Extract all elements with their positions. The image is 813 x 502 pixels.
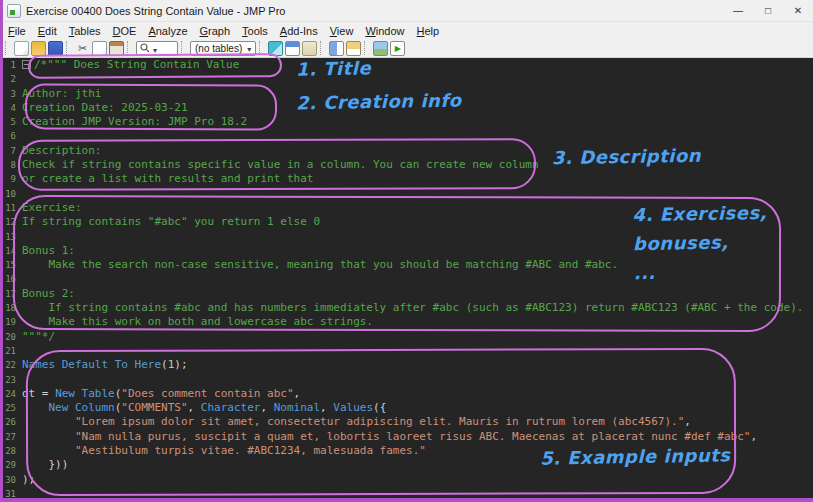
titlebar: Exercise 00400 Does String Contain Value… bbox=[0, 0, 813, 22]
code-line-5[interactable]: 5Creation JMP Version: JMP Pro 18.2 bbox=[0, 115, 813, 129]
journal-icon[interactable] bbox=[302, 41, 317, 56]
line-number: 9 bbox=[0, 172, 22, 186]
line-number: 17 bbox=[0, 287, 22, 301]
toolbar-grip[interactable] bbox=[127, 41, 131, 55]
code-text: If string contains "#abc" you return 1 e… bbox=[22, 215, 320, 229]
code-line-26[interactable]: 26 "Lorem ipsum dolor sit amet, consecte… bbox=[0, 415, 813, 429]
code-line-20[interactable]: 20"""*/ bbox=[0, 330, 813, 344]
menu-tools[interactable]: Tools bbox=[236, 24, 274, 38]
line-number: 26 bbox=[0, 415, 22, 429]
code-text: Creation JMP Version: JMP Pro 18.2 bbox=[22, 115, 247, 129]
menu-tables[interactable]: Tables bbox=[63, 24, 107, 38]
code-text: Author: jthi bbox=[22, 87, 101, 101]
annotation-left-line bbox=[0, 0, 3, 502]
line-number: 2 bbox=[0, 72, 22, 86]
code-line-14[interactable]: 14Bonus 1: bbox=[0, 244, 813, 258]
code-line-28[interactable]: 28 "Aestibulum turpis vitae. #ABC1234, m… bbox=[0, 444, 813, 458]
jmp-window: Exercise 00400 Does String Contain Value… bbox=[0, 0, 813, 58]
code-line-11[interactable]: 11Exercise: bbox=[0, 201, 813, 215]
code-text: Exercise: bbox=[22, 201, 82, 215]
code-line-24[interactable]: 24dt = New Table("Does comment contain a… bbox=[0, 387, 813, 401]
menubar: FileEditTablesDOEAnalyzeGraphToolsAdd-In… bbox=[0, 22, 813, 39]
copy-icon[interactable] bbox=[92, 41, 107, 56]
line-number: 23 bbox=[0, 373, 22, 387]
code-line-4[interactable]: 4Creation Date: 2025-03-21 bbox=[0, 101, 813, 115]
tables-combo[interactable]: (no tables) bbox=[190, 41, 256, 56]
code-line-6[interactable]: 6 bbox=[0, 129, 813, 143]
menu-doe[interactable]: DOE bbox=[107, 24, 143, 38]
line-number: 18 bbox=[0, 301, 22, 315]
menu-graph[interactable]: Graph bbox=[194, 24, 237, 38]
open-file-icon[interactable] bbox=[31, 41, 46, 56]
minimize-button[interactable]: — bbox=[723, 0, 753, 22]
search-box[interactable] bbox=[136, 41, 178, 56]
save-icon[interactable] bbox=[48, 41, 63, 56]
code-line-2[interactable]: 2 bbox=[0, 72, 813, 86]
new-journal-icon[interactable] bbox=[14, 41, 29, 56]
fold-marker-icon[interactable]: − bbox=[22, 60, 31, 69]
code-line-21[interactable]: 21 bbox=[0, 344, 813, 358]
toolbar-grip[interactable] bbox=[364, 41, 368, 55]
menu-analyze[interactable]: Analyze bbox=[142, 24, 193, 38]
code-line-25[interactable]: 25 New Column("COMMENTS", Character, Nom… bbox=[0, 401, 813, 415]
code-line-9[interactable]: 9or create a list with results and print… bbox=[0, 172, 813, 186]
close-button[interactable]: ✕ bbox=[783, 0, 813, 22]
line-number: 25 bbox=[0, 401, 22, 415]
code-text: })) bbox=[22, 458, 68, 472]
code-line-13[interactable]: 13 bbox=[0, 230, 813, 244]
search-icon bbox=[140, 43, 150, 53]
code-line-7[interactable]: 7Description: bbox=[0, 144, 813, 158]
code-area[interactable]: 1−/*""" Does String Contain Value23Autho… bbox=[0, 58, 813, 501]
code-text: Bonus 2: bbox=[22, 287, 75, 301]
toolbar: (no tables) bbox=[0, 39, 813, 58]
code-line-10[interactable]: 10 bbox=[0, 187, 813, 201]
line-number: 15 bbox=[0, 258, 22, 272]
code-line-22[interactable]: 22Names Default To Here(1); bbox=[0, 358, 813, 372]
jmp-script-icon bbox=[7, 4, 21, 18]
code-line-16[interactable]: 16 bbox=[0, 272, 813, 286]
menu-file[interactable]: File bbox=[2, 24, 32, 38]
toolbar-grip[interactable] bbox=[320, 41, 324, 55]
code-text: Creation Date: 2025-03-21 bbox=[22, 101, 188, 115]
menu-add-ins[interactable]: Add-Ins bbox=[274, 24, 324, 38]
layout-horizontal-icon[interactable] bbox=[346, 41, 361, 56]
code-text: "Nam nulla purus, suscipit a quam et, lo… bbox=[22, 430, 757, 444]
code-text: """*/ bbox=[22, 330, 55, 344]
annotation-bottom-line bbox=[0, 498, 813, 502]
code-line-15[interactable]: 15 Make the search non-case sensitive, m… bbox=[0, 258, 813, 272]
menu-window[interactable]: Window bbox=[359, 24, 410, 38]
toolbar-grip[interactable] bbox=[259, 41, 263, 55]
toolbar-grip[interactable] bbox=[5, 41, 9, 55]
toolbar-grip[interactable] bbox=[181, 41, 185, 55]
cut-icon[interactable] bbox=[75, 41, 90, 56]
code-line-8[interactable]: 8Check if string contains specific value… bbox=[0, 158, 813, 172]
image-icon[interactable] bbox=[373, 41, 388, 56]
layout-vertical-icon[interactable] bbox=[329, 41, 344, 56]
maximize-button[interactable]: □ bbox=[753, 0, 783, 22]
code-line-23[interactable]: 23 bbox=[0, 373, 813, 387]
menu-edit[interactable]: Edit bbox=[32, 24, 63, 38]
data-table-icon[interactable] bbox=[285, 41, 300, 56]
tables-combo-value: (no tables) bbox=[195, 43, 242, 54]
code-line-30[interactable]: 30); bbox=[0, 473, 813, 487]
code-text: New Column("COMMENTS", Character, Nomina… bbox=[22, 401, 386, 415]
code-line-17[interactable]: 17Bonus 2: bbox=[0, 287, 813, 301]
code-text: "Aestibulum turpis vitae. #ABC1234, male… bbox=[22, 444, 426, 458]
ruler-icon[interactable] bbox=[268, 41, 283, 56]
script-editor[interactable]: 1−/*""" Does String Contain Value23Autho… bbox=[0, 58, 813, 502]
menu-view[interactable]: View bbox=[324, 24, 360, 38]
code-line-3[interactable]: 3Author: jthi bbox=[0, 87, 813, 101]
code-line-29[interactable]: 29 })) bbox=[0, 458, 813, 472]
line-number: 11 bbox=[0, 201, 22, 215]
line-number: 20 bbox=[0, 330, 22, 344]
code-line-12[interactable]: 12If string contains "#abc" you return 1… bbox=[0, 215, 813, 229]
code-line-27[interactable]: 27 "Nam nulla purus, suscipit a quam et,… bbox=[0, 430, 813, 444]
code-text: ); bbox=[22, 473, 35, 487]
run-script-icon[interactable] bbox=[390, 41, 405, 56]
paste-icon[interactable] bbox=[109, 41, 124, 56]
code-line-19[interactable]: 19 Make this work on both and lowercase … bbox=[0, 315, 813, 329]
menu-help[interactable]: Help bbox=[411, 24, 446, 38]
code-line-18[interactable]: 18 If string contains #abc and has numbe… bbox=[0, 301, 813, 315]
code-line-1[interactable]: 1−/*""" Does String Contain Value bbox=[0, 58, 813, 72]
toolbar-grip[interactable] bbox=[66, 41, 70, 55]
